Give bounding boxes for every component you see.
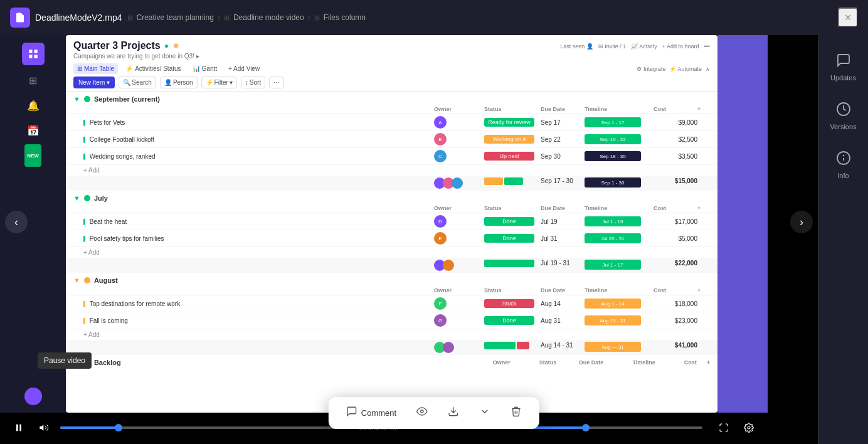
- table-row: ▌ Top destinations for remote work F Stu…: [66, 295, 717, 312]
- svg-rect-7: [34, 55, 37, 58]
- avatar: A: [434, 116, 447, 129]
- next-button[interactable]: ›: [790, 211, 813, 233]
- volume-button[interactable]: [35, 419, 53, 436]
- eye-button[interactable]: [411, 403, 433, 423]
- group-july: ▼ July: [66, 191, 717, 204]
- info-button[interactable]: Info: [822, 143, 865, 187]
- file-icon: [10, 8, 30, 28]
- pause-button[interactable]: [10, 419, 28, 436]
- download-icon: [448, 406, 459, 420]
- breadcrumb-item-1[interactable]: Creative team planning: [137, 13, 214, 22]
- updates-icon: [836, 53, 851, 71]
- close-button[interactable]: ×: [838, 8, 858, 28]
- updates-button[interactable]: Updates: [822, 45, 865, 89]
- new-item-button[interactable]: New Item ▾: [73, 77, 115, 88]
- versions-button[interactable]: Versions: [822, 94, 865, 138]
- info-icon: [836, 151, 851, 169]
- table-row: ▌ Pets for Vets A Ready for review Sep 1…: [66, 114, 717, 131]
- svg-rect-9: [19, 425, 21, 431]
- sidebar-icon-4: NEW: [24, 144, 41, 167]
- tab-add-view[interactable]: + Add View: [225, 63, 263, 74]
- comment-label: Comment: [361, 408, 396, 418]
- top-bar-left: DeadlineModeV2.mp4 ⊞ Creative team plann…: [10, 8, 838, 28]
- add-item-button[interactable]: + Add: [66, 165, 717, 176]
- svg-point-12: [421, 410, 424, 413]
- board-tabs: ⊞ Main Table ⚡ Activities/ Status 📊 Gant…: [73, 63, 710, 74]
- svg-point-11: [748, 426, 750, 429]
- fullscreen-button[interactable]: [715, 419, 733, 436]
- board-title: Quarter 3 Projects ● ★: [73, 40, 179, 51]
- versions-icon: [836, 102, 851, 120]
- info-label: Info: [837, 172, 849, 179]
- eye-icon: [416, 406, 428, 420]
- file-name: DeadlineModeV2.mp4: [35, 13, 122, 23]
- progress-bar[interactable]: [60, 426, 351, 429]
- download-button[interactable]: [443, 403, 464, 423]
- prev-button[interactable]: ‹: [5, 211, 28, 233]
- comment-icon: [346, 406, 357, 420]
- avatar: C: [434, 150, 447, 162]
- tab-gantt[interactable]: 📊 Gantt: [189, 63, 221, 74]
- search-button[interactable]: 🔍 Search: [119, 77, 156, 88]
- delete-button[interactable]: [505, 403, 527, 423]
- svg-rect-8: [16, 425, 18, 431]
- settings-button[interactable]: [740, 419, 758, 436]
- add-item-button-july[interactable]: + Add: [66, 247, 717, 258]
- board-toolbar: New Item ▾ 🔍 Search 👤 Person ⚡ Filter ▾ …: [73, 77, 710, 88]
- sum-row-sep: Sep 17 - 30 Sep 1 - 30 $15,000: [66, 176, 717, 191]
- breadcrumb-item-3[interactable]: Files column: [324, 13, 366, 22]
- svg-rect-5: [34, 50, 37, 53]
- filter-button[interactable]: ⚡ Filter ▾: [201, 77, 237, 88]
- avatar: F: [434, 297, 447, 310]
- group-backlog: ▼ Backlog Owner Status Due Date Timeline…: [66, 355, 717, 368]
- table-row: ▌ Wedding songs, ranked C Up next Sep 30…: [66, 148, 717, 165]
- svg-marker-10: [40, 425, 43, 430]
- sidebar-icon-1: ⊞: [22, 69, 45, 92]
- board-header: Quarter 3 Projects ● ★ Last seen 👤 ✉ Inv…: [66, 35, 717, 92]
- breadcrumb: ⊞ Creative team planning › ⊞ Deadline mo…: [127, 13, 366, 22]
- svg-rect-4: [29, 50, 32, 53]
- chevron-down-icon: [479, 406, 490, 420]
- avatar: E: [434, 232, 447, 245]
- versions-label: Versions: [830, 123, 856, 130]
- chevron-down-button[interactable]: [474, 403, 495, 423]
- progress-thumb[interactable]: [115, 424, 122, 431]
- tab-main-table[interactable]: ⊞ Main Table: [73, 63, 118, 74]
- sum-row-july: Jul 19 - 31 Jul 1 - 17 $22,000: [66, 258, 717, 273]
- more-options-button[interactable]: ⋯: [269, 77, 284, 88]
- sidebar-icon-3: 📅: [22, 119, 45, 142]
- table-row: ▌ Pool safety tips for families E Done J…: [66, 230, 717, 247]
- pause-tooltip: Pause video: [38, 352, 92, 369]
- group-september: ▼ September (current): [66, 92, 717, 105]
- top-bar: DeadlineModeV2.mp4 ⊞ Creative team plann…: [0, 0, 868, 35]
- svg-rect-6: [29, 55, 32, 58]
- sum-row-aug: Aug 14 - 31 Aug — 31 $41,000: [66, 340, 717, 355]
- board-subtitle: Campaigns we are trying to get done in Q…: [73, 53, 710, 60]
- avatar: D: [434, 215, 447, 228]
- video-area[interactable]: ⊞ 🔔 📅 NEW Quarter 3 Projects ● ★ Last se…: [0, 35, 818, 444]
- trash-icon: [511, 406, 522, 420]
- sidebar-icon-2: 🔔: [22, 94, 45, 117]
- avatar: B: [434, 133, 447, 145]
- avatar: G: [434, 314, 447, 327]
- person-filter-button[interactable]: 👤 Person: [160, 77, 198, 88]
- table-row: ▌ Fall is coming G Done Aug 31 Aug 15 - …: [66, 312, 717, 329]
- add-item-button-aug[interactable]: + Add: [66, 329, 717, 340]
- right-panel: Updates Versions Info: [818, 35, 868, 444]
- bottom-action-bar: Comment: [329, 397, 539, 429]
- board-table: ▼ September (current) OwnerStatusDue Dat…: [66, 92, 717, 368]
- table-row: ▌ Beat the heat D Done Jul 19 Jul 1 - 19…: [66, 213, 717, 230]
- updates-label: Updates: [830, 74, 856, 82]
- group-august: ▼ August: [66, 273, 717, 286]
- screen-content: Quarter 3 Projects ● ★ Last seen 👤 ✉ Inv…: [66, 35, 717, 413]
- tab-activities[interactable]: ⚡ Activities/ Status: [122, 63, 184, 74]
- sort-button[interactable]: ↕ Sort: [241, 77, 265, 88]
- comment-button[interactable]: Comment: [341, 403, 401, 423]
- breadcrumb-item-2[interactable]: Deadline mode video: [233, 13, 304, 22]
- table-row: ▌ College Football kickoff B Working on …: [66, 131, 717, 148]
